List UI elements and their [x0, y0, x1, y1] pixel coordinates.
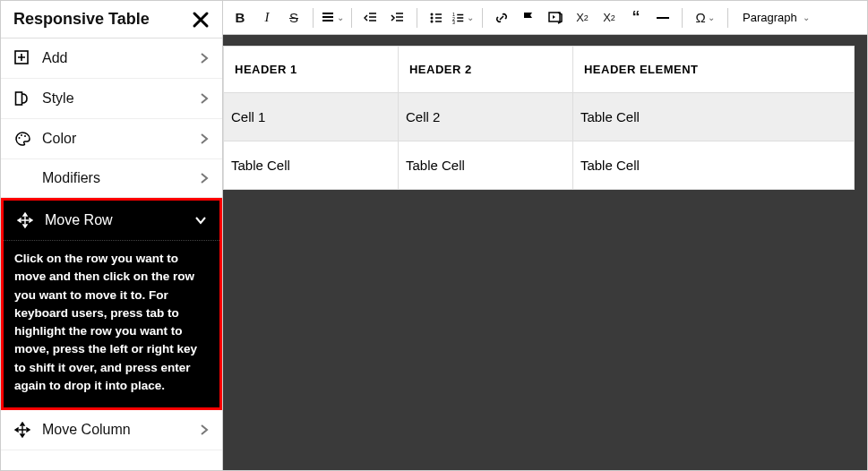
- bullet-list-button[interactable]: [425, 6, 448, 30]
- move-row-help-text: Click on the row you want to move and th…: [4, 241, 219, 407]
- sidebar-item-label: Move Column: [42, 422, 199, 438]
- toolbar-separator: [482, 8, 483, 28]
- svg-point-2: [19, 137, 21, 139]
- table-header-row[interactable]: Header 1 Header 2 Header Element: [224, 47, 855, 93]
- chevron-right-icon: [199, 172, 210, 184]
- sidebar-item-style[interactable]: Style: [1, 79, 222, 119]
- italic-button[interactable]: I: [255, 6, 279, 30]
- svg-point-4: [24, 135, 26, 137]
- table-cell[interactable]: Table Cell: [224, 141, 399, 190]
- sidebar-item-move-row-expanded: Move Row Click on the row you want to mo…: [1, 198, 222, 410]
- add-icon: [13, 49, 31, 67]
- strikethrough-button[interactable]: S: [282, 6, 305, 30]
- align-button[interactable]: ⌄: [321, 6, 344, 30]
- horizontal-rule-button[interactable]: [651, 6, 675, 30]
- sidebar-item-color[interactable]: Color: [1, 119, 222, 159]
- sidebar-item-label: Color: [42, 131, 199, 147]
- table-header-cell[interactable]: Header Element: [572, 47, 854, 93]
- paragraph-format-label: Paragraph: [743, 11, 797, 24]
- table-header-cell[interactable]: Header 2: [398, 47, 572, 93]
- flag-button[interactable]: [517, 6, 540, 30]
- responsive-table[interactable]: Header 1 Header 2 Header Element Cell 1 …: [223, 46, 855, 190]
- media-button[interactable]: [544, 6, 567, 30]
- editor-toolbar: B I S ⌄ 123⌄ X2 X2 “: [223, 1, 867, 35]
- table-cell[interactable]: Cell 1: [224, 93, 399, 141]
- palette-icon: [13, 130, 31, 148]
- table-cell[interactable]: Table Cell: [572, 93, 854, 141]
- sidebar-header: Responsive Table: [1, 1, 222, 39]
- table-cell[interactable]: Cell 2: [398, 93, 572, 141]
- svg-text:3: 3: [452, 20, 455, 25]
- svg-point-7: [431, 20, 434, 22]
- toolbar-separator: [727, 8, 728, 28]
- sidebar-item-move-column[interactable]: Move Column: [1, 410, 222, 450]
- chevron-right-icon: [199, 52, 210, 64]
- chevron-right-icon: [199, 133, 210, 145]
- sidebar-item-label: Move Row: [45, 212, 194, 228]
- sidebar-item-modifiers[interactable]: Modifiers: [1, 159, 222, 198]
- table-cell[interactable]: Table Cell: [398, 141, 572, 190]
- chevron-right-icon: [199, 92, 210, 105]
- move-icon: [16, 211, 34, 229]
- subscript-button[interactable]: X2: [597, 6, 621, 30]
- chevron-right-icon: [199, 424, 210, 436]
- numbered-list-button[interactable]: 123⌄: [451, 6, 475, 30]
- table-cell[interactable]: Table Cell: [572, 141, 854, 190]
- toolbar-separator: [313, 8, 314, 28]
- table-row[interactable]: Table Cell Table Cell Table Cell: [224, 141, 855, 190]
- toolbar-separator: [417, 8, 417, 28]
- toolbar-separator: [682, 8, 683, 28]
- toolbar-separator: [351, 8, 352, 28]
- table-row[interactable]: Cell 1 Cell 2 Table Cell: [224, 93, 855, 141]
- close-icon[interactable]: [192, 11, 210, 29]
- special-char-button[interactable]: Ω⌄: [690, 6, 720, 30]
- chevron-down-icon: [194, 215, 207, 226]
- paragraph-format-select[interactable]: Paragraph⌄: [735, 6, 817, 30]
- outdent-button[interactable]: [359, 6, 382, 30]
- editor-canvas[interactable]: Header 1 Header 2 Header Element Cell 1 …: [223, 35, 867, 470]
- link-button[interactable]: [490, 6, 513, 30]
- sidebar-item-move-row[interactable]: Move Row: [4, 201, 219, 241]
- superscript-button[interactable]: X2: [571, 6, 594, 30]
- svg-point-5: [431, 13, 434, 15]
- sidebar-item-label: Add: [42, 50, 199, 66]
- bold-button[interactable]: B: [228, 6, 252, 30]
- sidebar-item-label: Style: [42, 90, 199, 107]
- blockquote-button[interactable]: “: [624, 6, 648, 30]
- sidebar: Responsive Table Add Style Color Modi: [1, 1, 223, 470]
- main-area: B I S ⌄ 123⌄ X2 X2 “: [223, 1, 867, 470]
- sidebar-title: Responsive Table: [13, 10, 150, 29]
- move-icon: [13, 421, 31, 439]
- svg-rect-1: [16, 92, 22, 105]
- sidebar-item-label: Modifiers: [42, 170, 199, 186]
- table-header-cell[interactable]: Header 1: [224, 47, 399, 93]
- svg-point-3: [21, 134, 22, 136]
- indent-button[interactable]: [386, 6, 409, 30]
- svg-point-6: [431, 16, 434, 19]
- style-icon: [13, 90, 31, 107]
- sidebar-item-add[interactable]: Add: [1, 39, 222, 79]
